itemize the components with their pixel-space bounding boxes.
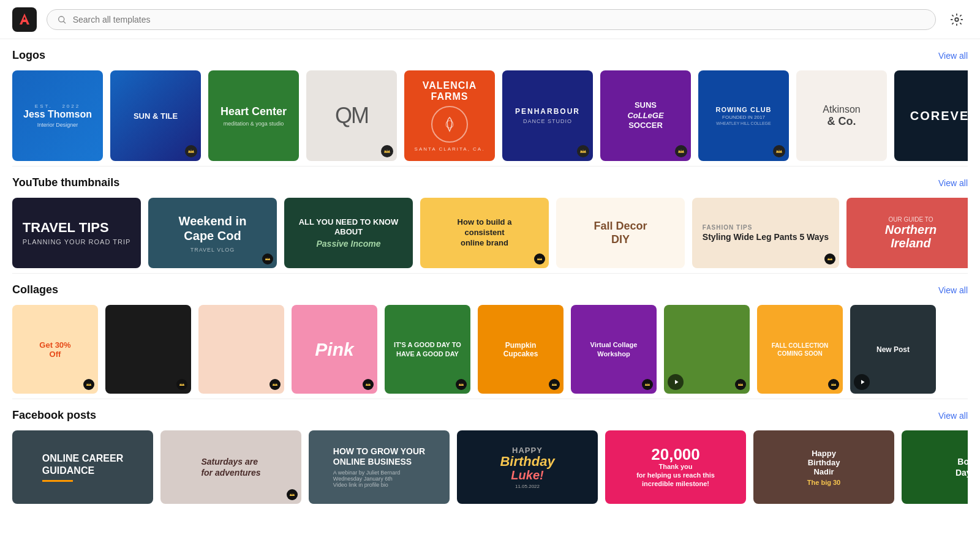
logo-card-suns[interactable]: SUNSCoLLeGESOCCER (600, 70, 691, 161)
collages-section: Collages View all Get 30%Off Pink (0, 274, 980, 399)
crown-badge (675, 145, 687, 157)
youtube-section-header: YouTube thumbnails View all (12, 176, 968, 189)
facebook-view-all[interactable]: View all (938, 411, 968, 421)
collage-card-cupcakes[interactable]: PumpkinCupcakes (478, 305, 564, 394)
play-button[interactable] (668, 374, 684, 390)
logo-card-qm[interactable]: QM (306, 70, 397, 161)
yt-card-passive[interactable]: ALL YOU NEED TO KNOW ABOUT Passive Incom… (284, 198, 413, 268)
fb-card-business[interactable]: HOW TO GROW YOURONLINE BUSINESS A webina… (309, 430, 450, 504)
collage-card-fallcollection[interactable]: FALL COLLECTIONCOMING SOON (757, 305, 843, 394)
collage-card-pink[interactable]: Pink (292, 305, 377, 394)
fb-card-birthday[interactable]: HAPPY BirthdayLuke! 11.05.2022 (457, 430, 598, 504)
svg-point-1 (955, 18, 959, 21)
app-logo (12, 7, 37, 32)
collages-title: Collages (12, 283, 58, 296)
youtube-section: YouTube thumbnails View all TRAVEL TIPS … (0, 167, 980, 273)
collage-card-sale[interactable]: Get 30%Off (12, 305, 98, 394)
crown-badge (363, 379, 374, 390)
collage-card-newpost[interactable]: New Post (850, 305, 936, 394)
logo-card-rowing[interactable]: ROWING CLUB FOUNDED IN 2017 WHEATLEY HIL… (698, 70, 789, 161)
facebook-section: Facebook posts View all ONLINE CAREERGUI… (0, 399, 980, 509)
youtube-view-all[interactable]: View all (938, 178, 968, 188)
header (0, 0, 980, 39)
crown-badge (185, 145, 197, 157)
crown-badge (824, 253, 835, 264)
logo-card-atkinson[interactable]: Atkinson& Co. (796, 70, 887, 161)
facebook-section-header: Facebook posts View all (12, 409, 968, 422)
yt-card-fall[interactable]: Fall DecorDIY (556, 198, 685, 268)
crown-badge (773, 145, 785, 157)
crown-badge (270, 379, 281, 390)
crown-badge (456, 379, 467, 390)
fb-card-career[interactable]: ONLINE CAREERGUIDANCE (12, 430, 153, 504)
fb-card-saturdays[interactable]: Saturdays arefor adventures (160, 430, 301, 504)
logos-section-header: Logos View all (12, 49, 968, 62)
logos-view-all[interactable]: View all (938, 51, 968, 61)
logo-card-coreve[interactable]: COREVE (894, 70, 968, 161)
gear-icon (950, 13, 963, 26)
youtube-title: YouTube thumbnails (12, 176, 119, 189)
crown-badge (176, 379, 187, 390)
search-bar[interactable] (47, 9, 936, 30)
yt-card-travel[interactable]: TRAVEL TIPS PLANNING YOUR ROAD TRIP (12, 198, 141, 268)
logos-section: Logos View all EST. 2022 Jess Thomson In… (0, 39, 980, 166)
logo-card-sun[interactable]: SUN & TILE (110, 70, 201, 161)
crown-badge (735, 379, 746, 390)
yt-card-styling[interactable]: FASHION TIPS Styling Wide Leg Pants 5 Wa… (692, 198, 839, 268)
crown-badge (534, 253, 545, 264)
yt-card-brand[interactable]: How to build aconsistentonline brand (420, 198, 549, 268)
fb-card-boxing[interactable]: BoxingDay Vi... (902, 430, 968, 504)
fb-card-nadir[interactable]: HappyBirthdayNadir The big 30 (753, 430, 894, 504)
crown-badge (549, 379, 560, 390)
crown-badge (642, 379, 653, 390)
logo-card-penharbour[interactable]: PENHARBOUR DANCE STUDIO (502, 70, 593, 161)
logo-card-valencia[interactable]: VALENCIA FARMS SANTA CLARITA, CA. (404, 70, 495, 161)
search-input[interactable] (73, 15, 925, 24)
logo-card-heart[interactable]: Heart Center meditation & yoga studio (208, 70, 299, 161)
crown-badge (828, 379, 839, 390)
crown-badge (287, 489, 298, 500)
settings-button[interactable] (946, 9, 968, 31)
logos-title: Logos (12, 49, 45, 62)
facebook-row: ONLINE CAREERGUIDANCE Saturdays arefor a… (12, 430, 968, 504)
youtube-row: TRAVEL TIPS PLANNING YOUR ROAD TRIP Week… (12, 198, 968, 268)
play-button[interactable] (854, 374, 870, 390)
collage-card-goodday[interactable]: IT'S A GOOD DAY TO HAVE A GOOD DAY (385, 305, 470, 394)
crown-badge (577, 145, 589, 157)
collages-view-all[interactable]: View all (938, 285, 968, 295)
collages-row: Get 30%Off Pink IT'S (12, 305, 968, 394)
crown-badge (83, 379, 94, 390)
logo-card-jess[interactable]: EST. 2022 Jess Thomson Interior Designer (12, 70, 103, 161)
yt-card-weekend[interactable]: Weekend inCape Cod TRAVEL VLOG (148, 198, 277, 268)
collage-card-peach[interactable] (198, 305, 284, 394)
collage-card-dark1[interactable] (105, 305, 191, 394)
collages-section-header: Collages View all (12, 283, 968, 296)
facebook-title: Facebook posts (12, 409, 96, 422)
yt-card-ireland[interactable]: OUR GUIDE TO NorthernIreland (846, 198, 968, 268)
crown-badge (262, 253, 273, 264)
logos-row: EST. 2022 Jess Thomson Interior Designer… (12, 70, 968, 161)
fb-card-20k[interactable]: 20,000 Thank youfor helping us reach thi… (605, 430, 746, 504)
collage-card-field[interactable] (664, 305, 750, 394)
search-icon (57, 15, 67, 24)
collage-card-virtual[interactable]: Virtual Collage Workshop (571, 305, 657, 394)
crown-badge (381, 145, 393, 157)
